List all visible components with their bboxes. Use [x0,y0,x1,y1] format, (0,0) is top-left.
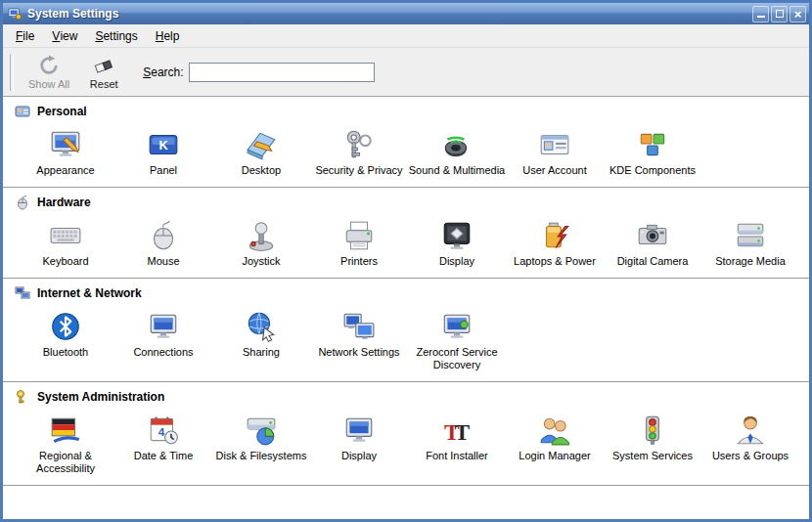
section-personal: PersonalAppearanceKPanelDesktopSecurity … [3,97,809,188]
module-keyboard[interactable]: Keyboard [17,217,114,270]
close-icon: × [794,8,802,21]
module-network-settings[interactable]: Network Settings [310,308,408,361]
users-groups-icon [734,413,767,447]
search-input[interactable] [189,63,375,82]
module-label: Storage Media [715,255,786,268]
module-label: Panel [150,164,177,177]
module-label: Display [341,450,377,462]
svg-text:4: 4 [158,425,165,438]
module-label: Sound & Multimedia [409,164,505,177]
menu-bar: FileViewSettingsHelp [3,24,809,48]
module-label: Font Installer [426,450,488,462]
display-hw-icon [440,219,474,252]
module-laptops-power[interactable]: Laptops & Power [506,217,604,270]
maximize-button[interactable] [771,6,788,22]
menu-file[interactable]: File [7,24,43,47]
module-label: Keyboard [42,255,88,268]
kde-components-icon [636,128,669,161]
section-header: Internet & Network [3,279,809,303]
connections-icon [147,310,180,343]
module-label: KDE Components [609,164,696,177]
search-label: Search: [143,65,183,79]
section-system-administration: System AdministrationRegional & Accessib… [3,382,809,486]
module-connections[interactable]: Connections [114,308,212,361]
menu-help[interactable]: Help [147,24,189,47]
module-kde-components[interactable]: KDE Components [604,126,701,179]
module-security-privacy[interactable]: Security & Privacy [310,126,408,179]
section-title: System Administration [37,390,164,404]
keyboard-icon [49,219,82,252]
section-items: Regional & Accessibility4Date & TimeDisk… [3,407,809,483]
toolbar-drag-handle[interactable] [10,54,14,91]
module-label: Security & Privacy [315,164,402,177]
desktop-icon [245,128,278,161]
module-desktop[interactable]: Desktop [212,126,310,179]
module-label: Desktop [242,164,281,177]
module-label: Digital Camera [617,255,689,268]
module-appearance[interactable]: Appearance [17,126,114,179]
module-login-manager[interactable]: Login Manager [506,412,604,464]
maximize-icon [776,10,784,18]
module-storage-media[interactable]: Storage Media [701,217,799,270]
module-digital-camera[interactable]: Digital Camera [604,217,701,270]
module-users-groups[interactable]: Users & Groups [701,412,799,464]
joystick-icon [245,219,278,252]
section-header: Personal [3,97,809,121]
menu-settings[interactable]: Settings [86,24,146,47]
network-section-icon [15,285,30,301]
module-label: User Account [522,164,586,177]
module-regional-accessibility[interactable]: Regional & Accessibility [17,412,114,477]
module-label: Zeroconf Service Discovery [408,346,506,371]
laptops-power-icon [538,219,571,252]
menu-view[interactable]: View [43,24,86,47]
printers-icon [342,219,376,252]
module-bluetooth[interactable]: Bluetooth [17,308,114,361]
panel-icon: K [147,128,180,161]
minimize-icon [757,10,765,18]
regional-icon [49,413,82,447]
module-label: Users & Groups [712,450,789,462]
minimize-button[interactable] [752,6,769,22]
sysadmin-section-icon [15,389,30,405]
module-disk-filesystems[interactable]: Disk & Filesystems [212,412,310,464]
module-sound-multimedia[interactable]: Sound & Multimedia [408,126,506,179]
module-system-services[interactable]: System Services [604,412,701,464]
module-mouse[interactable]: Mouse [114,217,212,270]
section-internet-network: Internet & NetworkBluetoothConnectionsSh… [3,279,809,382]
module-display[interactable]: Display [310,412,408,464]
section-title: Hardware [37,196,91,209]
module-display[interactable]: Display [408,217,506,270]
mouse-icon [147,219,180,252]
network-settings-icon [342,310,376,343]
show-all-label: Show All [28,78,69,90]
module-panel[interactable]: KPanel [114,126,212,179]
module-printers[interactable]: Printers [310,217,408,270]
storage-media-icon [734,219,767,252]
personal-section-icon [15,104,30,119]
security-privacy-icon [342,128,376,161]
reset-button[interactable]: Reset [78,51,129,94]
title-bar[interactable]: System Settings × [3,3,809,24]
content: PersonalAppearanceKPanelDesktopSecurity … [3,97,809,519]
show-all-button[interactable]: Show All [20,51,78,94]
font-installer-icon: TT [440,413,474,447]
module-sharing[interactable]: Sharing [212,308,310,361]
svg-text:T: T [455,418,471,444]
module-label: Display [439,255,474,268]
module-label: Bluetooth [43,346,88,359]
module-font-installer[interactable]: TTFont Installer [408,412,506,464]
digital-camera-icon [636,219,669,252]
section-header: Hardware [3,188,809,212]
system-settings-window: System Settings × FileViewSettingsHelp S… [0,0,812,522]
section-hardware: HardwareKeyboardMouseJoystickPrintersDis… [3,188,809,279]
module-date-time[interactable]: 4Date & Time [114,412,212,464]
close-button[interactable]: × [789,6,806,22]
section-items: BluetoothConnectionsSharingNetwork Setti… [3,303,809,379]
module-joystick[interactable]: Joystick [212,217,310,270]
window-icon [8,7,22,21]
appearance-icon [49,128,82,161]
svg-text:K: K [158,138,168,152]
module-label: Connections [133,346,193,359]
module-user-account[interactable]: User Account [506,126,604,179]
module-zeroconf-service-discovery[interactable]: Zeroconf Service Discovery [408,308,506,373]
